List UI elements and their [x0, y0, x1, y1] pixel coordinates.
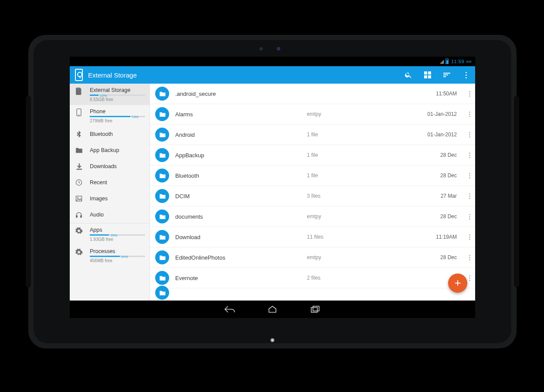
sidebar-item-bluetooth[interactable]: Bluetooth: [70, 126, 150, 142]
file-row[interactable]: Bluetooth1 file28 Dec: [150, 166, 475, 186]
sd-card-icon: [74, 87, 84, 95]
file-row[interactable]: Download11 files11:19AM: [150, 227, 475, 247]
view-grid-button[interactable]: [420, 66, 435, 84]
status-time: 11:59: [451, 59, 464, 64]
nav-recents-button[interactable]: [309, 305, 321, 314]
file-count: 1 file: [307, 172, 377, 179]
file-date: 11:50AM: [383, 91, 458, 97]
gear-icon: [74, 248, 84, 256]
file-date: 28 Dec: [383, 254, 458, 260]
file-date: 28 Dec: [383, 152, 458, 158]
file-name: Android: [175, 132, 301, 138]
folder-icon: [155, 271, 169, 285]
row-overflow-button[interactable]: [464, 152, 475, 158]
file-count: emtpy: [307, 111, 377, 117]
folder-icon: [155, 286, 169, 300]
folder-icon: [155, 107, 169, 121]
file-count: 1 file: [307, 152, 377, 158]
sidebar-item-images[interactable]: Images: [70, 191, 150, 207]
sensor-icon: [259, 47, 263, 51]
nav-home-button[interactable]: [266, 305, 279, 314]
folder-icon: [155, 148, 169, 162]
row-overflow-button[interactable]: [464, 91, 475, 97]
nav-back-button[interactable]: [224, 305, 236, 314]
file-row[interactable]: Evernote2 files: [150, 268, 475, 288]
tablet-frame: ◢ 11:59 AM External Storage External S: [28, 35, 517, 348]
search-button[interactable]: [401, 66, 416, 84]
storage-progress: 54%: [90, 256, 145, 257]
file-count: emtpy: [307, 213, 377, 220]
grid-icon: [424, 71, 431, 78]
sidebar-item-phone[interactable]: Phone73%279MB free: [70, 105, 150, 126]
sidebar-item-label: Downloads: [90, 163, 145, 169]
sidebar-item-processes[interactable]: Processes54%456MB free: [70, 245, 150, 266]
row-overflow-button[interactable]: [464, 132, 475, 138]
file-row[interactable]: Android1 file01-Jan-2012: [150, 125, 475, 145]
download-icon: [74, 162, 84, 170]
camera-icon: [277, 47, 280, 51]
status-ampm: AM: [466, 60, 472, 64]
sidebar-item-label: Phone: [90, 108, 145, 115]
folder-icon: [155, 169, 169, 182]
more-vert-icon: [466, 72, 467, 78]
file-date: 11:19AM: [383, 234, 458, 240]
phone-icon: [74, 108, 84, 116]
file-row[interactable]: [150, 288, 475, 294]
folder-solid-icon: [74, 146, 84, 154]
sidebar-item-label: App Backup: [90, 147, 145, 153]
clock-icon: [74, 179, 84, 186]
sidebar-item-downloads[interactable]: Downloads: [70, 159, 150, 175]
app-bar: External Storage: [70, 66, 475, 84]
home-icon: [267, 305, 278, 313]
sidebar-item-label: Apps: [90, 227, 145, 233]
sidebar-item-label: Recent: [90, 179, 145, 186]
image-icon: [74, 195, 84, 203]
sidebar-item-label: Processes: [90, 248, 145, 254]
back-icon: [224, 305, 235, 313]
file-row[interactable]: .android_secure11:50AM: [150, 84, 475, 104]
file-count: 3 files: [307, 193, 377, 199]
sidebar-item-external-storage[interactable]: External Storage16%8.55GB free: [70, 84, 150, 105]
folder-icon: [155, 230, 169, 244]
sidebar-item-sub: 1.93GB free: [90, 237, 145, 242]
file-count: 2 files: [307, 275, 377, 281]
file-name: EditedOnlinePhotos: [175, 254, 301, 261]
sidebar-item-recent[interactable]: Recent: [70, 175, 150, 191]
bluetooth-icon: [74, 130, 84, 138]
file-date: 01-Jan-2012: [383, 111, 458, 117]
sidebar-item-label: Images: [90, 196, 145, 202]
file-list[interactable]: .android_secure11:50AMAlarmsemtpy01-Jan-…: [150, 84, 475, 318]
file-row[interactable]: AppBackup1 file28 Dec: [150, 145, 475, 166]
row-overflow-button[interactable]: [464, 214, 475, 220]
sidebar-item-audio[interactable]: Audio: [70, 207, 150, 223]
file-date: 28 Dec: [383, 213, 458, 220]
file-name: .android_secure: [175, 91, 301, 97]
sidebar-item-apps[interactable]: Apps35%1.93GB free: [70, 223, 150, 245]
overflow-button[interactable]: [459, 66, 473, 84]
row-overflow-button[interactable]: [464, 193, 475, 199]
storage-progress: 35%: [90, 234, 145, 236]
file-count: 11 files: [307, 234, 377, 240]
row-overflow-button[interactable]: [464, 112, 475, 117]
file-row[interactable]: Alarmsemtpy01-Jan-2012: [150, 104, 475, 125]
folder-icon: [155, 210, 169, 223]
row-overflow-button[interactable]: [464, 173, 475, 179]
folder-icon: [155, 128, 169, 142]
battery-icon: [445, 59, 449, 64]
search-icon: [405, 71, 412, 79]
fab-add-button[interactable]: +: [448, 274, 467, 293]
speaker-left: [26, 96, 31, 287]
file-row[interactable]: documentsemtpy28 Dec: [150, 206, 475, 227]
row-overflow-button[interactable]: [464, 234, 475, 240]
gear-icon: [74, 227, 84, 235]
file-date: 27 Mar: [383, 193, 458, 199]
plus-icon: +: [454, 276, 461, 289]
file-row[interactable]: EditedOnlinePhotosemtpy28 Dec: [150, 247, 475, 268]
row-overflow-button[interactable]: [464, 255, 475, 260]
sidebar-item-sub: 279MB free: [90, 118, 145, 123]
sidebar-item-app-backup[interactable]: App Backup: [70, 142, 150, 159]
signal-icon: ◢: [440, 58, 444, 64]
sort-button[interactable]: [439, 66, 454, 84]
file-name: Download: [175, 234, 301, 240]
file-row[interactable]: DCIM3 files27 Mar: [150, 186, 475, 206]
